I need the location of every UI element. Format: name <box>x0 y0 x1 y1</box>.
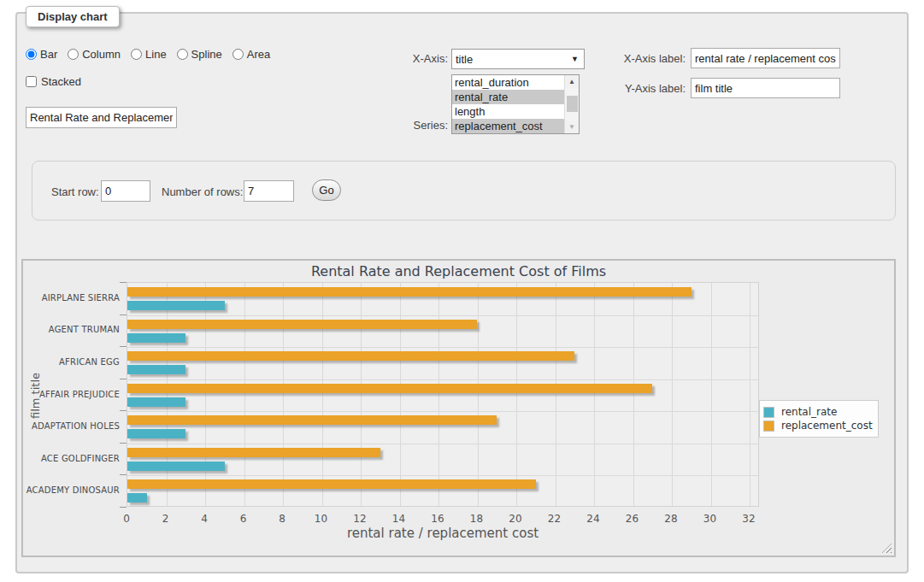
series-option-rental_rate[interactable]: rental_rate <box>452 90 564 104</box>
chart-type-spline[interactable]: Spline <box>177 48 222 61</box>
chart-type-label: Line <box>145 48 167 61</box>
y-axis-tick <box>120 410 127 411</box>
gridline-vertical <box>400 283 401 506</box>
x-axis-tick-label: 30 <box>693 513 727 525</box>
chart-type-area[interactable]: Area <box>232 48 270 61</box>
x-axis-select[interactable]: title ▼ <box>451 49 585 69</box>
x-axis-tick-label: 6 <box>227 513 261 525</box>
gridline-vertical <box>750 283 750 506</box>
x-axis-tick-label: 0 <box>109 513 144 525</box>
series-option-replacement_cost[interactable]: replacement_cost <box>452 119 564 133</box>
x-axis-tick-label: 16 <box>421 513 455 525</box>
bar-rental_rate <box>127 429 185 438</box>
gridline-vertical <box>672 283 673 506</box>
stacked-checkbox[interactable] <box>26 76 37 87</box>
chart-type-radio-spline[interactable] <box>177 49 188 60</box>
x-axis-selected-value: title <box>456 53 473 66</box>
bar-replacement_cost <box>127 384 652 393</box>
y-axis-title: film title <box>29 310 43 481</box>
start-row-input[interactable] <box>101 180 150 202</box>
gridline-vertical <box>322 283 323 506</box>
y-axis-tick <box>120 379 127 379</box>
series-scrollbar[interactable]: ▲ ▼ <box>564 75 579 133</box>
gridline-vertical <box>361 283 362 506</box>
x-axis-tick-label: 2 <box>149 513 183 525</box>
x-axis-tick-label: 10 <box>304 513 338 525</box>
scroll-down-icon[interactable]: ▼ <box>565 121 579 133</box>
chevron-down-icon: ▼ <box>571 55 579 63</box>
x-axis-tick-label: 28 <box>654 513 688 525</box>
y-axis-tick <box>120 282 127 283</box>
gridline-vertical <box>167 283 168 506</box>
chart-type-radio-area[interactable] <box>232 49 244 60</box>
chart-legend: rental_ratereplacement_cost <box>759 400 879 438</box>
series-list-label: Series: <box>376 119 448 132</box>
gridline-vertical <box>516 283 517 506</box>
stacked-label: Stacked <box>41 75 81 88</box>
chart-type-label: Spline <box>191 48 222 61</box>
legend-row: rental_rate <box>763 406 873 418</box>
legend-label: rental_rate <box>774 406 837 418</box>
bar-rental_rate <box>127 493 147 503</box>
bar-replacement_cost <box>127 351 574 361</box>
bar-rental_rate <box>127 365 185 374</box>
gridline-horizontal <box>127 379 758 380</box>
x-axis-tick-label: 4 <box>187 513 221 525</box>
chart-title: Rental Rate and Replacement Cost of Film… <box>23 263 894 279</box>
gridline-horizontal <box>127 475 758 476</box>
number-of-rows-label: Number of rows: <box>162 185 243 198</box>
fieldset-legend: Display chart <box>26 6 120 27</box>
chart-type-column[interactable]: Column <box>68 48 121 61</box>
stacked-row: Stacked <box>26 75 81 88</box>
x-axis-select-label: X-Axis: <box>376 52 448 65</box>
x-axis-tick-label: 18 <box>460 513 494 525</box>
series-option-length[interactable]: length <box>452 104 564 119</box>
series-option-rental_duration[interactable]: rental_duration <box>452 75 564 90</box>
gridline-vertical <box>478 283 479 506</box>
chart-type-radio-group: BarColumnLineSplineArea <box>26 48 277 61</box>
gridline-vertical <box>205 283 206 506</box>
chart-type-line[interactable]: Line <box>131 48 167 61</box>
page: Display chart BarColumnLineSplineArea St… <box>0 0 924 582</box>
category-label: ACADEMY DINOSAUR <box>23 485 120 495</box>
resize-handle-icon[interactable] <box>882 544 892 553</box>
x-axis-tick-label: 22 <box>538 513 572 525</box>
start-row-label: Start row: <box>51 185 99 198</box>
bar-rental_rate <box>127 397 185 407</box>
y-axis-tick <box>120 346 127 347</box>
legend-swatch-rental_rate <box>763 407 774 418</box>
chart-type-radio-line[interactable] <box>131 49 142 60</box>
x-axis-tick-label: 14 <box>382 513 416 525</box>
number-of-rows-input[interactable] <box>244 180 294 202</box>
gridline-vertical <box>556 283 556 506</box>
y-axis-tick <box>120 443 127 444</box>
series-options: rental_durationrental_ratelengthreplacem… <box>452 75 564 133</box>
legend-row: replacement_cost <box>763 420 873 432</box>
y-axis-label-input[interactable] <box>691 78 840 98</box>
scrollbar-thumb[interactable] <box>567 96 578 112</box>
x-axis-tick-label: 8 <box>265 513 299 525</box>
bar-replacement_cost <box>127 320 477 329</box>
bar-replacement_cost <box>127 287 692 297</box>
gridline-vertical <box>438 283 439 506</box>
chart-type-bar[interactable]: Bar <box>26 48 57 61</box>
gridline-vertical <box>711 283 712 506</box>
series-listbox[interactable]: rental_durationrental_ratelengthreplacem… <box>451 74 580 134</box>
x-axis-label-input[interactable] <box>691 48 840 68</box>
y-axis-tick <box>120 507 127 508</box>
gridline-horizontal <box>127 411 758 412</box>
chart-type-radio-column[interactable] <box>68 49 79 60</box>
x-axis-tick-label: 24 <box>576 513 610 525</box>
bar-replacement_cost <box>127 415 497 425</box>
bar-replacement_cost <box>127 448 380 457</box>
chart-title-input[interactable] <box>26 107 177 128</box>
x-axis-tick-label: 12 <box>343 513 377 525</box>
chart-type-label: Column <box>82 48 121 61</box>
chart-type-radio-bar[interactable] <box>26 49 37 60</box>
gridline-horizontal <box>127 315 758 316</box>
x-axis-title: rental rate / replacement cost <box>127 526 759 541</box>
go-button[interactable]: Go <box>312 179 341 201</box>
scroll-up-icon[interactable]: ▲ <box>565 75 579 88</box>
gridline-vertical <box>283 283 284 506</box>
legend-swatch-replacement_cost <box>763 420 774 432</box>
